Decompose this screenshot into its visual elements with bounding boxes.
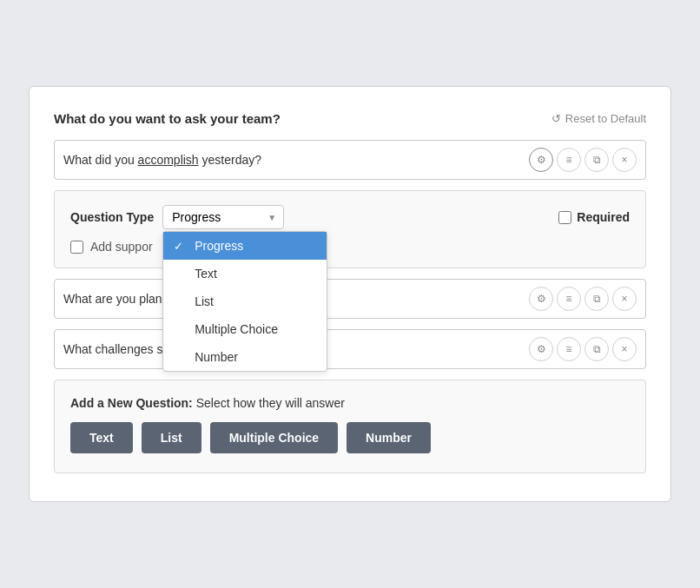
copy-button-3[interactable]: ⧉: [584, 337, 609, 361]
dropdown-option-multiple-choice[interactable]: Multiple Choice: [163, 315, 327, 343]
header-row: What do you want to ask your team? ↺ Res…: [54, 111, 646, 126]
close-button-3[interactable]: ×: [612, 337, 637, 361]
add-question-prefix: Add a New Question:: [70, 396, 193, 410]
dropdown-arrow-icon: ▼: [267, 213, 276, 222]
required-label: Required: [577, 210, 630, 224]
add-list-button[interactable]: List: [142, 422, 201, 453]
copy-icon-3: ⧉: [593, 343, 601, 355]
add-list-label: List: [161, 431, 182, 445]
dropdown-option-label-list: List: [195, 294, 214, 308]
hamburger-icon-2: ≡: [565, 293, 571, 305]
question-type-section: Question Type Progress ▼ ✓ Progress Text: [54, 190, 646, 268]
dropdown-option-text[interactable]: Text: [163, 260, 327, 287]
checkmark-icon: ✓: [174, 240, 188, 253]
reset-icon: ↺: [551, 112, 561, 125]
add-multiple-choice-label: Multiple Choice: [229, 431, 319, 445]
dropdown-option-list[interactable]: List: [163, 287, 327, 315]
add-question-section: Add a New Question: Select how they will…: [54, 380, 646, 473]
question-row-1: What did you accomplish yesterday? ⚙ ≡ ⧉…: [54, 140, 646, 180]
settings-icon-1: ⚙: [537, 154, 546, 166]
question-row-2: What are you planning to do today? ⚙ ≡ ⧉…: [54, 279, 646, 319]
dropdown-option-number[interactable]: Number: [163, 343, 327, 371]
copy-icon-2: ⧉: [593, 293, 601, 305]
close-icon-3: ×: [621, 343, 627, 355]
question-text-1: What did you accomplish yesterday?: [63, 153, 529, 167]
hamburger-icon-1: ≡: [565, 154, 571, 166]
question-type-label: Question Type: [70, 210, 154, 224]
add-question-suffix-text: Select how they will answer: [196, 396, 345, 410]
settings-button-1[interactable]: ⚙: [529, 148, 553, 172]
settings-button-2[interactable]: ⚙: [529, 287, 553, 311]
add-number-label: Number: [366, 431, 412, 445]
add-number-button[interactable]: Number: [347, 422, 431, 453]
required-row: Required: [558, 210, 630, 224]
close-button-2[interactable]: ×: [612, 287, 637, 311]
reset-label: Reset to Default: [565, 112, 646, 125]
add-text-button[interactable]: Text: [70, 422, 133, 453]
add-support-text: Add suppor: [90, 240, 153, 254]
close-icon-2: ×: [621, 293, 627, 305]
question-type-row: Question Type Progress ▼ ✓ Progress Text: [70, 205, 630, 229]
add-support-checkbox[interactable]: [70, 241, 83, 254]
close-button-1[interactable]: ×: [612, 148, 637, 172]
copy-button-1[interactable]: ⧉: [584, 148, 609, 172]
dropdown-container: Progress ▼ ✓ Progress Text List: [162, 205, 284, 229]
dropdown-option-label-number: Number: [195, 350, 238, 364]
settings-button-3[interactable]: ⚙: [529, 337, 553, 361]
question-2-icons: ⚙ ≡ ⧉ ×: [529, 287, 637, 311]
type-buttons-row: Text List Multiple Choice Number: [70, 422, 630, 453]
required-checkbox[interactable]: [558, 211, 571, 224]
dropdown-option-label-mc: Multiple Choice: [195, 322, 278, 336]
hamburger-button-1[interactable]: ≡: [557, 148, 581, 172]
close-icon-1: ×: [621, 154, 627, 166]
page-title: What do you want to ask your team?: [54, 111, 281, 126]
add-question-title: Add a New Question: Select how they will…: [70, 396, 630, 410]
copy-icon-1: ⧉: [593, 154, 601, 166]
dropdown-option-progress[interactable]: ✓ Progress: [163, 232, 327, 260]
question-3-icons: ⚙ ≡ ⧉ ×: [529, 337, 637, 361]
question-1-icons: ⚙ ≡ ⧉ ×: [529, 148, 637, 172]
hamburger-icon-3: ≡: [565, 343, 571, 355]
add-multiple-choice-button[interactable]: Multiple Choice: [210, 422, 338, 453]
dropdown-option-label-progress: Progress: [195, 239, 243, 253]
settings-icon-2: ⚙: [537, 293, 546, 305]
question-row-3: What challenges stand in your way? ⚙ ≡ ⧉…: [54, 329, 646, 369]
add-support-row: Add suppor: [70, 240, 630, 254]
dropdown-selected-value: Progress: [172, 210, 221, 224]
settings-icon-3: ⚙: [537, 343, 546, 355]
dropdown-option-label-text: Text: [195, 267, 217, 281]
hamburger-button-2[interactable]: ≡: [557, 287, 581, 311]
main-container: What do you want to ask your team? ↺ Res…: [29, 86, 671, 502]
copy-button-2[interactable]: ⧉: [584, 287, 609, 311]
question-type-dropdown[interactable]: Progress ▼: [162, 205, 284, 229]
add-text-label: Text: [89, 431, 114, 445]
hamburger-button-3[interactable]: ≡: [557, 337, 581, 361]
dropdown-menu: ✓ Progress Text List Multiple Choice: [162, 231, 327, 372]
reset-to-default-button[interactable]: ↺ Reset to Default: [551, 112, 646, 125]
